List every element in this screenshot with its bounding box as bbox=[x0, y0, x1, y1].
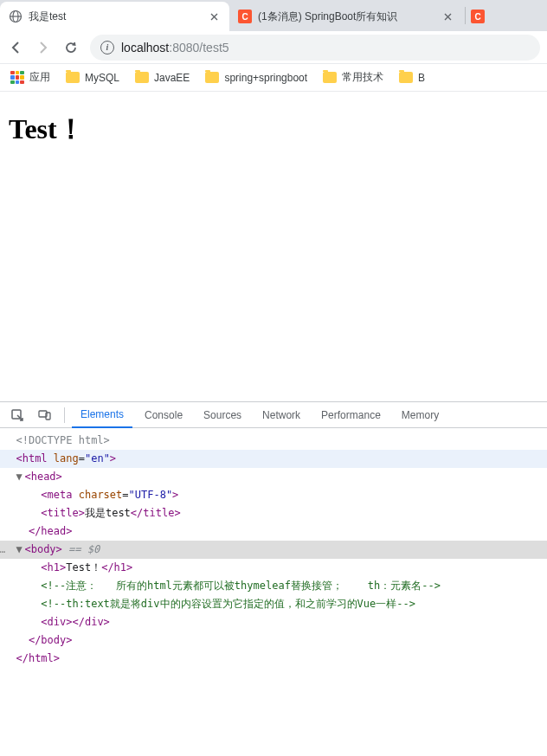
dom-node-html[interactable]: <html lang="en"> bbox=[0, 450, 547, 468]
tab-active[interactable]: 我是test bbox=[0, 2, 229, 31]
apps-icon bbox=[10, 71, 24, 85]
tab-elements[interactable]: Elements bbox=[72, 402, 132, 428]
page-content: Test！ bbox=[0, 92, 547, 401]
dom-node-html-close[interactable]: </html> bbox=[0, 650, 547, 668]
csdn-icon: C bbox=[471, 10, 485, 23]
tab-title: (1条消息) SpringBoot所有知识 bbox=[258, 10, 434, 24]
dom-node-div[interactable]: <div></div> bbox=[0, 613, 547, 631]
dom-node-body-close[interactable]: </body> bbox=[0, 631, 547, 650]
dom-node-head-close[interactable]: </head> bbox=[0, 522, 547, 541]
dom-node-h1[interactable]: <h1>Test！</h1> bbox=[0, 559, 547, 577]
url-bar[interactable]: i localhost:8080/test5 bbox=[90, 35, 540, 61]
back-button[interactable] bbox=[7, 39, 24, 56]
bookmark-label: JavaEE bbox=[154, 72, 190, 84]
apps-label: 应用 bbox=[29, 70, 50, 85]
dom-node-meta[interactable]: <meta charset="UTF-8"> bbox=[0, 486, 547, 504]
bookmark-label: 常用技术 bbox=[342, 70, 383, 85]
tab-console[interactable]: Console bbox=[136, 402, 191, 428]
apps-button[interactable]: 应用 bbox=[10, 70, 50, 85]
separator bbox=[64, 407, 65, 423]
csdn-icon: C bbox=[238, 10, 252, 23]
folder-icon bbox=[66, 72, 80, 83]
url-text: localhost:8080/test5 bbox=[121, 41, 229, 54]
dom-node-body[interactable]: … ▼<body> == $0 bbox=[0, 541, 547, 559]
tab-separator bbox=[465, 7, 466, 24]
folder-icon bbox=[399, 72, 413, 83]
tab-performance[interactable]: Performance bbox=[312, 402, 389, 428]
bookmark-folder-javaee[interactable]: JavaEE bbox=[135, 72, 190, 84]
tab-inactive-2[interactable]: C bbox=[467, 2, 488, 31]
devtools-panel: Elements Console Sources Network Perform… bbox=[0, 401, 547, 732]
tab-sources[interactable]: Sources bbox=[195, 402, 250, 428]
close-icon[interactable] bbox=[207, 10, 221, 23]
dom-node-comment1[interactable]: <!--注意： 所有的html元素都可以被thymeleaf替换接管； th：元… bbox=[0, 577, 547, 595]
bookmark-folder-spring[interactable]: spring+springboot bbox=[205, 72, 307, 84]
dom-node-doctype[interactable]: <!DOCTYPE html> bbox=[0, 432, 547, 450]
bookmark-folder-common[interactable]: 常用技术 bbox=[323, 70, 383, 85]
bookmark-label: MySQL bbox=[85, 72, 119, 84]
tab-memory[interactable]: Memory bbox=[393, 402, 447, 428]
dom-node-title[interactable]: <title>我是test</title> bbox=[0, 504, 547, 522]
tab-network[interactable]: Network bbox=[254, 402, 309, 428]
forward-button[interactable] bbox=[35, 39, 52, 56]
info-icon[interactable]: i bbox=[100, 41, 114, 54]
devtools-tab-bar: Elements Console Sources Network Perform… bbox=[0, 402, 547, 428]
folder-icon bbox=[135, 72, 149, 83]
tab-title: 我是test bbox=[29, 10, 201, 24]
close-icon[interactable] bbox=[441, 10, 454, 23]
device-icon[interactable] bbox=[33, 403, 57, 427]
bookmark-label: spring+springboot bbox=[224, 72, 307, 84]
bookmark-folder-mysql[interactable]: MySQL bbox=[66, 72, 119, 84]
globe-icon bbox=[9, 10, 23, 23]
tab-inactive-1[interactable]: C (1条消息) SpringBoot所有知识 bbox=[229, 2, 463, 31]
bookmark-label: B bbox=[418, 72, 425, 84]
page-heading: Test！ bbox=[9, 111, 538, 149]
reload-button[interactable] bbox=[62, 39, 80, 56]
dom-node-comment2[interactable]: <!--th:text就是将div中的内容设置为它指定的值，和之前学习的Vue一… bbox=[0, 595, 547, 613]
dom-node-head[interactable]: ▼<head> bbox=[0, 468, 547, 486]
folder-icon bbox=[323, 72, 337, 83]
dom-tree[interactable]: <!DOCTYPE html> <html lang="en"> ▼<head>… bbox=[0, 428, 547, 671]
folder-icon bbox=[205, 72, 219, 83]
inspect-icon[interactable] bbox=[5, 403, 29, 427]
nav-bar: i localhost:8080/test5 bbox=[0, 31, 547, 64]
browser-tab-bar: 我是test C (1条消息) SpringBoot所有知识 C bbox=[0, 0, 547, 31]
bookmark-folder-b[interactable]: B bbox=[399, 72, 425, 84]
bookmarks-bar: 应用 MySQL JavaEE spring+springboot 常用技术 B bbox=[0, 64, 547, 92]
